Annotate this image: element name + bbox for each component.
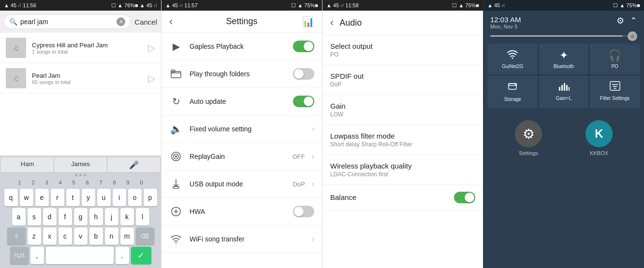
key-l[interactable]: l: [136, 208, 149, 226]
key-e[interactable]: e: [35, 189, 49, 206]
volume-slider[interactable]: ⚙: [490, 35, 637, 37]
key-space[interactable]: [46, 247, 114, 264]
key-1[interactable]: 1: [14, 177, 26, 188]
quick-tile-label: Filter Settings: [600, 96, 629, 101]
key-3[interactable]: 3: [41, 177, 53, 188]
suggestion-james[interactable]: James: [54, 157, 107, 172]
usb-icon: [169, 177, 183, 191]
back-button[interactable]: ‹: [169, 15, 173, 28]
settings-item-hwa[interactable]: HWA: [161, 198, 322, 226]
audio-item-subtitle: LOW: [330, 111, 475, 118]
audio-item-spdif[interactable]: SPDIF out DoP: [322, 65, 483, 95]
balance-toggle[interactable]: [454, 192, 475, 203]
gear-icon[interactable]: ⚙: [616, 15, 624, 26]
key-x[interactable]: x: [43, 227, 57, 245]
list-item[interactable]: ♫ Cypress Hill and Pearl Jam 1 songs in …: [0, 33, 161, 63]
key-comma[interactable]: ,: [30, 247, 44, 264]
key-c[interactable]: c: [59, 227, 72, 245]
key-v[interactable]: v: [74, 227, 88, 245]
settings-item-replaygain[interactable]: ReplayGain OFF ›: [161, 143, 322, 170]
volume-thumb[interactable]: ⚙: [628, 31, 637, 41]
back-button[interactable]: ‹: [330, 16, 334, 29]
key-8[interactable]: 8: [108, 177, 121, 188]
folders-toggle[interactable]: [293, 68, 314, 80]
settings-item-autoupdate[interactable]: ↻ Auto update: [161, 88, 322, 115]
key-enter[interactable]: ✓: [131, 247, 151, 264]
key-q[interactable]: q: [4, 189, 18, 206]
key-6[interactable]: 6: [81, 177, 94, 188]
settings-item-wifi[interactable]: WiFi song transfer ›: [161, 226, 322, 253]
key-y[interactable]: y: [82, 189, 95, 206]
key-9[interactable]: 9: [122, 177, 134, 188]
settings-item-gapless[interactable]: ▶ Gapless Playback: [161, 33, 322, 60]
audio-item-lowpass[interactable]: Lowpass filter mode Short delay Sharp Ro…: [322, 125, 483, 155]
quick-tile-gain[interactable]: Gain=L: [539, 75, 589, 108]
key-period[interactable]: .: [116, 247, 129, 264]
key-shift[interactable]: ⇧: [7, 227, 26, 245]
key-backspace[interactable]: ⌫: [136, 227, 154, 245]
hwa-icon: [169, 205, 183, 218]
key-j[interactable]: j: [105, 208, 118, 226]
quick-tile-storage[interactable]: Storage: [487, 75, 538, 108]
status-right-1: ☐ ▲ 76%■ ▲ 45 ⑁: [111, 2, 157, 9]
settings-item-usb[interactable]: USB output mode DoP ›: [161, 170, 322, 198]
audio-item-gain[interactable]: Gain LOW: [322, 95, 483, 125]
quick-tile-bluetooth[interactable]: ✦ Bluetooth: [539, 43, 589, 75]
audio-item-subtitle: PO: [330, 51, 475, 58]
key-5[interactable]: 5: [68, 177, 80, 188]
key-h[interactable]: h: [89, 208, 103, 226]
key-b[interactable]: b: [89, 227, 103, 245]
collapse-icon[interactable]: ⌃: [630, 15, 637, 26]
key-w[interactable]: w: [20, 189, 33, 206]
audio-item-balance[interactable]: Balance: [322, 185, 483, 211]
notif-date: Mon, Nov 5: [490, 24, 521, 29]
key-r[interactable]: r: [51, 189, 64, 206]
key-t[interactable]: t: [66, 189, 80, 206]
quick-tile-wifi[interactable]: GuiNet2G: [487, 43, 538, 75]
settings-app-icon[interactable]: ⚙ Settings: [515, 120, 542, 156]
quick-tile-headphone[interactable]: 🎧 PO: [589, 43, 640, 75]
key-num-toggle[interactable]: ?123: [10, 247, 29, 264]
key-z[interactable]: z: [28, 227, 41, 245]
audio-item-output[interactable]: Select output PO: [322, 35, 483, 65]
settings-item-volume[interactable]: 🔈 Fixed volume setting ›: [161, 115, 322, 143]
settings-item-folders[interactable]: Play through folders: [161, 60, 322, 88]
play-button[interactable]: ▷: [148, 72, 155, 84]
list-item[interactable]: ♫ Pearl Jam 65 songs in total ▷: [0, 63, 161, 94]
key-d[interactable]: d: [43, 208, 57, 226]
key-u[interactable]: u: [97, 189, 111, 206]
mic-button[interactable]: 🎤: [107, 157, 160, 172]
key-n[interactable]: n: [105, 227, 118, 245]
key-i[interactable]: i: [113, 189, 126, 206]
key-o[interactable]: o: [128, 189, 142, 206]
hwa-toggle[interactable]: [293, 206, 314, 217]
quick-tile-filter[interactable]: Filter Settings: [589, 75, 640, 108]
keyboard: Ham James 🎤 1 2 3 4 5 6 7 8 9 0: [0, 155, 161, 268]
key-g[interactable]: g: [74, 208, 88, 226]
clear-button[interactable]: ✕: [117, 17, 125, 26]
key-k[interactable]: k: [120, 208, 134, 226]
suggestion-ham[interactable]: Ham: [1, 157, 54, 172]
folders-icon: [169, 67, 183, 81]
play-button[interactable]: ▷: [148, 42, 155, 54]
search-input-wrap[interactable]: 🔍 ✕: [4, 14, 131, 29]
key-0[interactable]: 0: [135, 177, 148, 188]
autoupdate-toggle[interactable]: [293, 96, 314, 107]
key-f[interactable]: f: [59, 208, 72, 226]
gapless-toggle[interactable]: [293, 41, 314, 52]
search-input[interactable]: [20, 18, 114, 26]
status-left-4: ▲ 45 ⑁: [487, 2, 505, 8]
audio-item-wireless[interactable]: Wireless playback quality LDAC-Connectio…: [322, 155, 483, 185]
key-7[interactable]: 7: [95, 177, 107, 188]
equalizer-icon[interactable]: 📊: [302, 16, 314, 28]
key-p[interactable]: p: [144, 189, 157, 206]
key-a[interactable]: a: [12, 208, 26, 226]
audio-item-title: Lowpass filter mode: [330, 132, 475, 140]
key-4[interactable]: 4: [54, 177, 67, 188]
key-s[interactable]: s: [28, 208, 41, 226]
kkbox-app-icon[interactable]: K KKBOX: [585, 120, 613, 156]
settings-item-label: Auto update: [190, 98, 286, 105]
cancel-button[interactable]: Cancel: [134, 18, 157, 26]
key-2[interactable]: 2: [27, 177, 40, 188]
key-m[interactable]: m: [120, 227, 134, 245]
